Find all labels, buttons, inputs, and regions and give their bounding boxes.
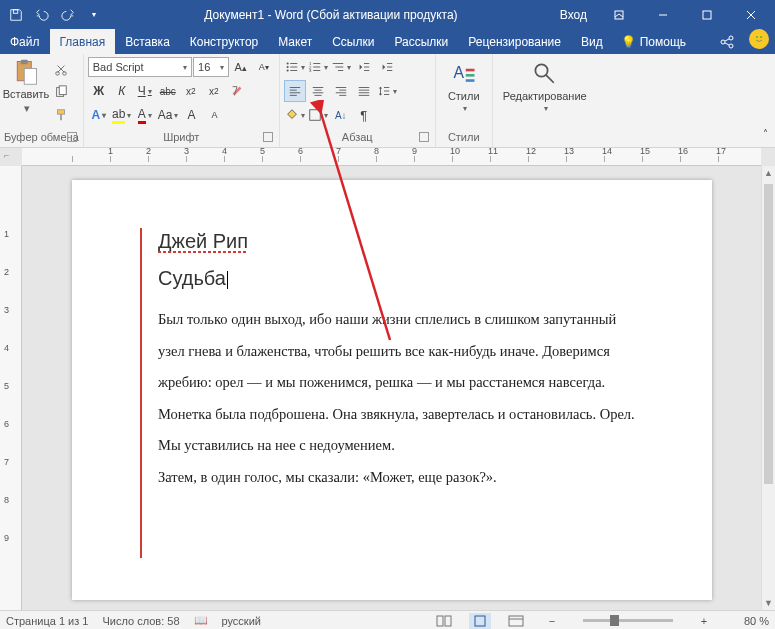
svg-text:A: A [453,64,464,81]
maximize-icon[interactable] [687,0,727,29]
copy-icon[interactable] [50,81,72,103]
underline-button[interactable]: Ч▾ [134,80,156,102]
zoom-slider[interactable] [583,619,673,622]
horizontal-ruler[interactable]: 1234567891011121314151617 [22,148,761,166]
cut-icon[interactable] [50,58,72,80]
align-center-icon[interactable] [307,80,329,102]
save-icon[interactable] [4,3,28,27]
sort-icon[interactable]: А↓ [330,104,352,126]
window-title: Документ1 - Word (Сбой активации продукт… [110,8,552,22]
vertical-scrollbar[interactable]: ▲ ▼ [761,166,775,610]
bullets-icon[interactable]: ▾ [284,56,306,78]
shrink-font2-icon[interactable]: A [203,104,225,126]
tab-layout[interactable]: Макет [268,29,322,54]
svg-rect-67 [466,79,475,82]
doc-heading-2: Судьба [158,267,640,290]
font-size-combo[interactable]: 16▾ [193,57,229,77]
strikethrough-button[interactable]: abc [157,80,179,102]
zoom-knob[interactable] [610,615,619,626]
align-left-icon[interactable] [284,80,306,102]
increase-indent-icon[interactable] [376,56,398,78]
show-marks-icon[interactable]: ¶ [353,104,375,126]
svg-rect-74 [509,616,523,626]
bold-button[interactable]: Ж [88,80,110,102]
editing-button[interactable]: Редактирование▾ [497,56,593,117]
undo-icon[interactable] [30,3,54,27]
svg-text:3: 3 [309,68,312,73]
tab-file[interactable]: Файл [0,29,50,54]
group-label-clipboard: Буфер обмена [4,131,79,147]
document-area[interactable]: Джей Рип Судьба Был только один выход, и… [22,166,761,610]
borders-icon[interactable]: ▾ [307,104,329,126]
tell-me[interactable]: 💡 Помощь [613,29,694,54]
multilevel-list-icon[interactable]: ▾ [330,56,352,78]
print-layout-icon[interactable] [469,613,491,629]
zoom-percent[interactable]: 80 % [729,615,769,627]
doc-body-1: Был только один выход, ибо наши жизни сп… [158,304,640,462]
group-editing: Редактирование▾ [493,54,597,147]
grow-font-icon[interactable]: A▴ [230,56,252,78]
font-color-icon[interactable]: A▾ [134,104,156,126]
text-effects-icon[interactable]: A▾ [88,104,110,126]
read-mode-icon[interactable] [433,613,455,629]
page[interactable]: Джей Рип Судьба Был только один выход, и… [72,180,712,600]
decrease-indent-icon[interactable] [353,56,375,78]
zoom-in-icon[interactable]: + [693,613,715,629]
close-icon[interactable] [731,0,771,29]
font-name-combo[interactable]: Bad Script▾ [88,57,192,77]
title-bar: ▾ Документ1 - Word (Сбой активации проду… [0,0,775,29]
web-layout-icon[interactable] [505,613,527,629]
font-name-value: Bad Script [93,61,144,73]
highlight-icon[interactable]: ab▾ [111,104,133,126]
zoom-out-icon[interactable]: − [541,613,563,629]
status-words[interactable]: Число слов: 58 [102,615,179,627]
paragraph-launcher[interactable] [419,132,429,142]
tab-insert[interactable]: Вставка [115,29,180,54]
tab-references[interactable]: Ссылки [322,29,384,54]
numbering-icon[interactable]: 123▾ [307,56,329,78]
grow-font2-icon[interactable]: A [180,104,202,126]
shrink-font-icon[interactable]: A▾ [253,56,275,78]
svg-point-24 [286,66,288,68]
paste-button[interactable]: Вставить ▾ [4,56,48,117]
group-label-font: Шрифт [88,131,275,147]
sign-in-link[interactable]: Вход [552,8,595,22]
status-language[interactable]: русский [222,615,261,627]
clipboard-launcher[interactable] [67,132,77,142]
feedback-smiley-icon[interactable] [749,29,769,49]
svg-rect-73 [475,616,485,626]
group-label-styles: Стили [440,131,488,147]
scroll-down-icon[interactable]: ▼ [762,596,775,610]
subscript-icon[interactable]: x2 [180,80,202,102]
share-button[interactable] [711,29,743,54]
spellcheck-icon[interactable]: 📖 [194,614,208,627]
redo-icon[interactable] [56,3,80,27]
align-right-icon[interactable] [330,80,352,102]
font-launcher[interactable] [263,132,273,142]
group-font: Bad Script▾ 16▾ A▴ A▾ Ж К Ч▾ abc x2 x2 A… [84,54,280,147]
vertical-ruler[interactable]: 123456789 [0,166,22,610]
status-page[interactable]: Страница 1 из 1 [6,615,88,627]
scroll-up-icon[interactable]: ▲ [762,166,775,180]
tab-design[interactable]: Конструктор [180,29,268,54]
line-spacing-icon[interactable]: ▾ [376,80,398,102]
tab-review[interactable]: Рецензирование [458,29,571,54]
tab-mailings[interactable]: Рассылки [384,29,458,54]
clear-formatting-icon[interactable] [226,80,248,102]
superscript-icon[interactable]: x2 [203,80,225,102]
qat-dropdown-icon[interactable]: ▾ [82,3,106,27]
tab-view[interactable]: Вид [571,29,613,54]
styles-button[interactable]: A Стили▾ [440,56,488,117]
svg-rect-63 [310,110,321,121]
format-painter-icon[interactable] [50,104,72,126]
ribbon-options-icon[interactable] [599,0,639,29]
minimize-icon[interactable] [643,0,683,29]
doc-body-2: Затем, в один голос, мы сказали: «Может,… [158,462,640,494]
collapse-ribbon-icon[interactable]: ˄ [754,122,775,144]
tab-home[interactable]: Главная [50,29,116,54]
shading-icon[interactable]: ▾ [284,104,306,126]
scroll-thumb[interactable] [764,184,773,484]
change-case-icon[interactable]: Aa▾ [157,104,180,126]
italic-button[interactable]: К [111,80,133,102]
justify-icon[interactable] [353,80,375,102]
